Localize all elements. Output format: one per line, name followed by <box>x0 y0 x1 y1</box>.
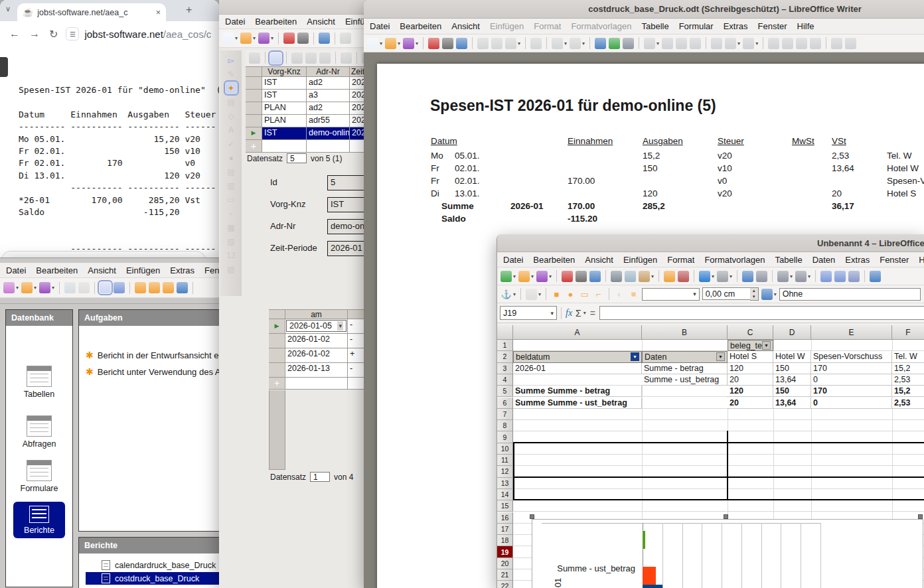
menu-tabelle[interactable]: Tabelle <box>775 255 802 265</box>
copy-icon[interactable] <box>491 38 502 49</box>
cell-B3[interactable]: Summe - betrag <box>642 363 728 374</box>
record-number-input[interactable]: 5 <box>287 153 307 163</box>
row-header-7[interactable]: 7 <box>497 409 513 420</box>
column-header-Vorg-Knz[interactable]: Vorg-Knz <box>262 66 307 77</box>
menu-ansicht[interactable]: Ansicht <box>585 255 613 265</box>
cell-D5[interactable]: 150 <box>773 386 811 397</box>
url-text[interactable]: jobst-software.net/aea_cos/c <box>84 29 211 40</box>
report-wizard-icon[interactable] <box>149 282 160 293</box>
cross-reference-icon[interactable] <box>796 38 807 49</box>
cell-E6[interactable]: 0 <box>811 398 892 409</box>
redo-icon[interactable] <box>570 38 581 49</box>
cell-C6[interactable]: 20 <box>728 398 773 409</box>
save-icon[interactable] <box>403 38 414 49</box>
paste-icon[interactable] <box>505 38 516 49</box>
menu-bearbeiten[interactable]: Bearbeiten <box>400 21 441 31</box>
row-header-9[interactable]: 9 <box>497 431 513 443</box>
chevron-down-icon[interactable]: ▾ <box>531 273 534 279</box>
form-wizard-icon[interactable]: ✦ <box>226 82 237 94</box>
chevron-down-icon[interactable]: ▾ <box>34 285 37 291</box>
cell-A3[interactable]: 2026-01 <box>513 363 642 374</box>
row-header-4[interactable]: 4 <box>497 374 513 386</box>
print-preview-icon[interactable] <box>456 38 467 49</box>
cell-E4[interactable]: 0 <box>811 374 892 386</box>
bar-hotel-w[interactable] <box>643 567 656 585</box>
cell-F3[interactable]: 15,2 <box>892 363 924 374</box>
special-character-icon[interactable] <box>743 38 754 49</box>
chevron-down-icon[interactable]: ▾ <box>52 285 54 291</box>
writer-titlebar[interactable]: costdruck_base_Druck.odt (Schreibgeschüt… <box>364 0 924 19</box>
row-header-3[interactable]: 3 <box>497 363 513 374</box>
open-icon[interactable] <box>385 38 396 49</box>
menu-einfügen[interactable]: Einfügen <box>490 21 524 31</box>
numeric-field-icon[interactable]: 12 <box>226 250 237 261</box>
menu-formatvorlagen[interactable]: Formatvorlagen <box>704 255 765 265</box>
insert-link-icon[interactable] <box>768 38 779 49</box>
new-database-icon[interactable] <box>3 282 15 293</box>
row-header-1[interactable]: 1 <box>497 340 513 351</box>
spelling-icon[interactable] <box>756 271 767 282</box>
report-item[interactable]: calendardruck_base_Druck <box>86 559 226 571</box>
column-header-A[interactable]: A <box>513 325 642 340</box>
report-item[interactable]: costdruck_base_Druck <box>86 572 226 585</box>
clear-formatting-icon[interactable] <box>678 271 689 282</box>
edit-data-icon[interactable] <box>270 52 281 64</box>
line-color-icon[interactable] <box>761 289 773 300</box>
menu-fenster[interactable]: Fenster <box>758 21 787 31</box>
menu-formatvorlagen[interactable]: Formatvorlagen <box>571 21 631 31</box>
row-header-21[interactable]: 21 <box>497 569 513 581</box>
rounded-rectangle-icon[interactable]: ▭ <box>579 289 590 300</box>
open-database-object-icon[interactable] <box>163 282 174 293</box>
line-width-stepper[interactable]: 0,00 cm ▲▼ <box>702 287 759 301</box>
bookmark-icon[interactable] <box>782 38 793 49</box>
new-document-icon[interactable] <box>222 33 234 44</box>
undo-icon[interactable] <box>699 271 710 282</box>
column-header-D[interactable]: D <box>773 325 811 340</box>
chevron-down-icon[interactable]: ▾ <box>712 273 714 279</box>
save-icon[interactable] <box>39 282 50 293</box>
column-header-Adr-Nr[interactable]: Adr-Nr <box>307 66 350 77</box>
spin-down-icon[interactable]: ▼ <box>750 294 758 300</box>
column-header-B[interactable]: B <box>642 325 728 340</box>
row-header-18[interactable]: 18 <box>497 535 513 546</box>
cell[interactable]: a3 <box>307 90 350 102</box>
open-icon[interactable] <box>518 271 530 282</box>
cell-A5[interactable]: Summe Summe - betrag <box>513 386 642 397</box>
chevron-down-icon[interactable]: ▾ <box>790 273 793 279</box>
copy-icon[interactable] <box>64 282 76 293</box>
print-icon[interactable] <box>576 271 587 282</box>
print-icon[interactable] <box>297 33 309 44</box>
reload-icon[interactable]: ↻ <box>49 28 58 40</box>
formatting-marks-icon[interactable] <box>623 38 634 49</box>
column-header-C[interactable]: C <box>728 325 773 340</box>
bar-tel-w[interactable] <box>643 531 645 549</box>
chevron-down-icon[interactable]: ▾ <box>730 273 732 279</box>
menu-einfügen[interactable]: Einfügen <box>126 265 160 275</box>
row-header-6[interactable]: 6 <box>497 398 513 409</box>
clone-formatting-icon[interactable] <box>664 271 675 282</box>
insert-table-icon[interactable] <box>644 38 655 49</box>
menu-einfügen[interactable]: Einfügen <box>623 255 657 265</box>
chart-handle[interactable] <box>724 514 728 519</box>
pivot-button-beldatum[interactable]: beldatum▼ <box>513 351 642 362</box>
chevron-down-icon[interactable]: ▾ <box>808 273 810 279</box>
sidebar-item-tabellen[interactable]: Tabellen <box>6 366 72 399</box>
function-wizard-icon[interactable]: fx <box>566 308 572 319</box>
back-icon[interactable]: ← <box>9 28 20 40</box>
chevron-down-icon[interactable]: ▾ <box>564 40 567 46</box>
chevron-down-icon[interactable]: ▾ <box>651 273 654 279</box>
list-box-icon[interactable]: ▥ <box>226 180 237 191</box>
paste-icon[interactable] <box>78 282 90 293</box>
row-selector[interactable] <box>269 363 285 378</box>
export-pdf-icon[interactable] <box>428 38 439 49</box>
row-header-13[interactable]: 13 <box>497 478 513 489</box>
undo-icon[interactable] <box>341 52 352 64</box>
fill-style-select[interactable]: Ohne <box>779 288 921 301</box>
site-settings-icon[interactable]: ☰ <box>66 27 79 40</box>
copy-icon[interactable] <box>305 52 317 64</box>
date-cell[interactable]: 2026-01-02 <box>285 348 348 363</box>
insert-chart-icon[interactable] <box>676 38 687 49</box>
menu-hilfe[interactable]: Hilfe <box>919 255 924 265</box>
menu-ansicht[interactable]: Ansicht <box>451 21 480 31</box>
save-icon[interactable] <box>258 33 270 44</box>
